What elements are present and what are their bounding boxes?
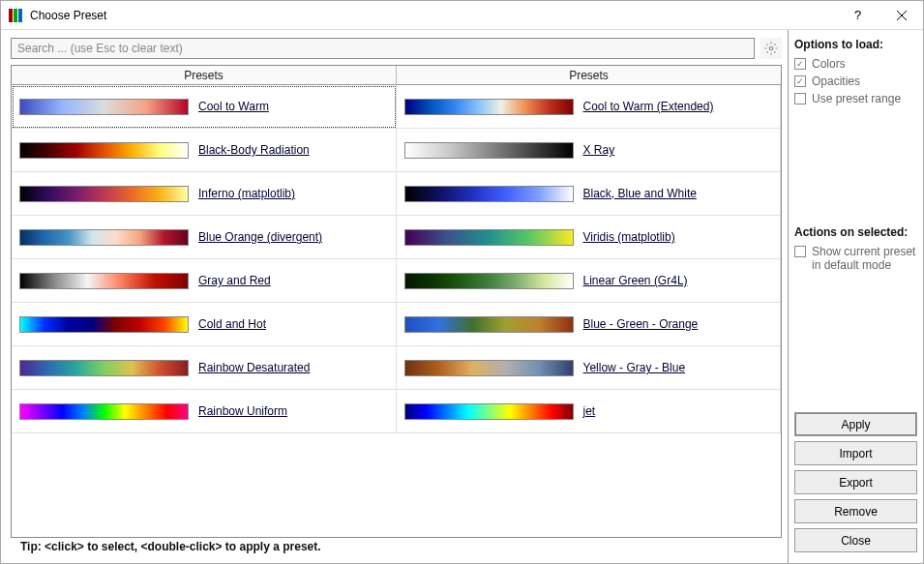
preset-name: Black-Body Radiation [198,143,310,157]
preset-name: Cool to Warm [198,100,269,113]
import-button[interactable]: Import [794,441,917,465]
preset-item[interactable]: Black, Blue and White [397,172,782,216]
preset-item[interactable]: Cool to Warm (Extended) [397,85,782,129]
colormap-swatch [404,316,574,333]
preset-item[interactable]: Cold and Hot [12,303,397,346]
colormap-swatch [404,273,574,289]
checkbox-label: Show current preset in default mode [812,245,917,272]
preset-name: Rainbow Desaturated [198,361,310,374]
preset-item[interactable]: Black-Body Radiation [12,129,397,172]
opacities-checkbox[interactable]: Opacities [794,74,917,88]
preset-item[interactable]: jet [397,390,782,433]
checkbox-icon [794,58,806,70]
colormap-swatch [19,186,189,202]
close-button[interactable]: Close [794,528,917,552]
gear-icon [764,42,778,55]
tip-text: Tip: <click> to select, <double-click> t… [11,538,782,557]
colormap-swatch [19,316,189,333]
preset-item[interactable]: Cool to Warm [12,85,397,129]
preset-item[interactable]: Gray and Red [12,259,397,303]
colormap-swatch [19,273,189,289]
preset-item[interactable]: Linear Green (Gr4L) [397,259,782,303]
preset-item[interactable]: Viridis (matplotlib) [397,216,782,259]
preset-item[interactable]: Blue - Green - Orange [397,303,782,346]
window-title: Choose Preset [30,9,836,22]
export-button[interactable]: Export [794,470,917,494]
colormap-swatch [19,142,189,159]
checkbox-icon [794,246,806,257]
checkbox-label: Use preset range [812,92,901,105]
preset-name: jet [583,404,596,418]
colors-checkbox[interactable]: Colors [794,57,917,71]
colormap-swatch [404,360,574,376]
app-icon [9,9,22,22]
checkbox-label: Opacities [812,74,860,88]
preset-name: Linear Green (Gr4L) [583,274,688,287]
checkbox-icon [794,93,806,104]
preset-name: Inferno (matplotlib) [198,187,295,200]
preset-name: Cool to Warm (Extended) [583,100,714,113]
search-input[interactable] [11,38,755,59]
checkbox-label: Colors [812,57,846,71]
column-header-left[interactable]: Presets [12,66,397,85]
colormap-swatch [404,142,574,159]
preset-item[interactable]: Blue Orange (divergent) [12,216,397,259]
presets-table: Presets Presets Cool to WarmCool to Warm… [11,65,782,538]
remove-button[interactable]: Remove [794,499,917,523]
colormap-swatch [19,403,189,420]
show-default-checkbox[interactable]: Show current preset in default mode [794,245,917,272]
preset-name: Blue - Green - Orange [583,317,699,331]
use-preset-range-checkbox[interactable]: Use preset range [794,92,917,105]
colormap-swatch [404,186,574,202]
actions-heading: Actions on selected: [794,225,917,239]
checkbox-icon [794,75,806,87]
preset-name: Yellow - Gray - Blue [583,361,686,374]
preset-name: Blue Orange (divergent) [198,230,322,244]
help-button[interactable]: ? [836,1,879,30]
colormap-swatch [19,229,189,246]
preset-name: Cold and Hot [198,317,266,331]
colormap-swatch [404,229,574,246]
apply-button[interactable]: Apply [794,412,917,436]
preset-name: Viridis (matplotlib) [583,230,675,244]
preset-name: Rainbow Uniform [198,404,287,418]
settings-button[interactable] [760,38,782,59]
colormap-swatch [404,403,574,420]
preset-item[interactable]: Rainbow Desaturated [12,346,397,390]
column-header-right[interactable]: Presets [397,66,781,85]
preset-item[interactable]: Inferno (matplotlib) [12,172,397,216]
colormap-swatch [19,99,189,115]
colormap-swatch [19,360,189,376]
options-heading: Options to load: [794,38,917,51]
close-window-button[interactable] [879,1,923,30]
title-bar: Choose Preset ? [1,1,923,30]
colormap-swatch [404,99,574,115]
preset-name: Gray and Red [198,274,271,287]
preset-name: Black, Blue and White [583,187,697,200]
preset-item[interactable]: X Ray [397,129,782,172]
preset-item[interactable]: Yellow - Gray - Blue [397,346,782,390]
preset-item[interactable]: Rainbow Uniform [12,390,397,433]
preset-name: X Ray [583,143,615,157]
svg-point-2 [769,46,773,50]
